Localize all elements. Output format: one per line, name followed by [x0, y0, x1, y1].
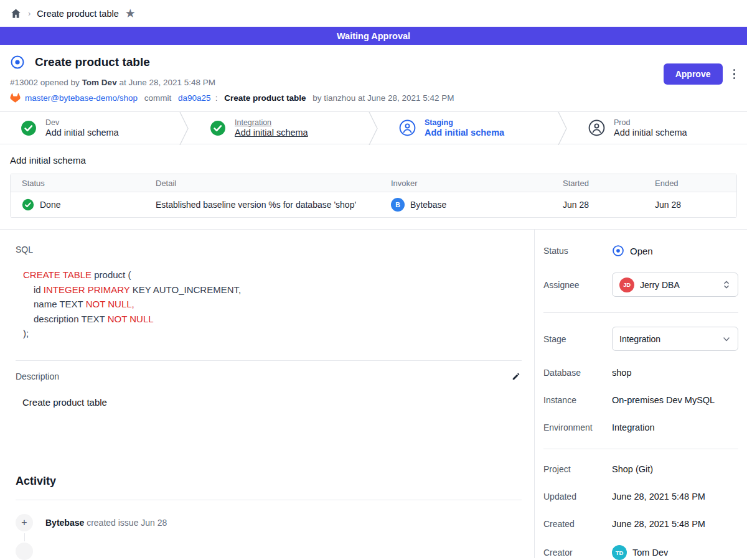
home-icon[interactable]	[10, 7, 22, 19]
updated-value: June 28, 2021 5:48 PM	[612, 492, 705, 502]
page-title: Create product table	[35, 55, 150, 69]
favorite-star-icon[interactable]: ★	[125, 7, 136, 19]
stage-env-label: Prod	[614, 118, 687, 127]
instance-value: On-premises Dev MySQL	[612, 395, 715, 405]
commit-hash-link[interactable]: da90a25	[178, 93, 211, 103]
project-row: Project Shop (Git)	[543, 463, 738, 475]
environment-row: Environment Integration	[543, 421, 738, 434]
database-row: Database shop	[543, 366, 738, 379]
check-circle-icon	[210, 120, 226, 136]
activity-title: Activity	[16, 475, 522, 488]
column-header: Started	[552, 179, 644, 188]
breadcrumb-current[interactable]: Create product table	[37, 9, 118, 19]
stage-task-label: Add initial schema	[45, 128, 119, 138]
creator-value: Tom Dev	[632, 548, 668, 558]
stage-env-label: Staging	[425, 118, 504, 127]
divider	[543, 312, 738, 313]
instance-label: Instance	[543, 395, 612, 405]
column-header: Status	[11, 179, 144, 188]
description-text: Create product table	[16, 397, 522, 408]
column-header: Ended	[644, 179, 736, 188]
issue-author: Tom Dev	[82, 78, 117, 87]
created-row: Created June 28, 2021 5:48 PM	[543, 518, 738, 530]
status-banner: Waiting Approval	[0, 27, 747, 45]
created-label: Created	[543, 519, 612, 529]
plus-icon: +	[16, 514, 33, 531]
issue-header: Create product table #13002 opened by To…	[0, 45, 747, 111]
column-header: Invoker	[380, 179, 552, 188]
check-circle-icon	[21, 120, 37, 136]
more-actions-icon[interactable]	[731, 67, 738, 82]
sql-label: SQL	[16, 245, 522, 254]
column-header: Detail	[144, 179, 380, 188]
task-invoker-cell: B Bytebase	[380, 198, 552, 212]
stage-separator-icon	[179, 112, 189, 145]
approve-button[interactable]: Approve	[664, 63, 723, 85]
check-circle-icon	[22, 198, 34, 211]
stage-env-label: Dev	[45, 118, 119, 127]
assignee-value: Jerry DBA	[640, 280, 716, 290]
stage-integration[interactable]: Integration Add initial schema	[189, 112, 369, 144]
pending-person-icon	[399, 119, 416, 136]
task-ended-cell: Jun 28	[644, 200, 736, 210]
database-value: shop	[612, 368, 631, 378]
description-label: Description	[16, 371, 59, 381]
divider	[543, 449, 738, 449]
edit-pencil-icon[interactable]	[510, 371, 522, 382]
bytebase-avatar: B	[391, 198, 405, 212]
assignee-select[interactable]: JD Jerry DBA	[612, 273, 738, 297]
issue-open-icon	[612, 245, 624, 257]
commit-info: master@bytebase-demo/shop commit da90a25…	[10, 93, 737, 103]
stage-row: Stage Integration	[543, 327, 738, 351]
issue-meta: #13002 opened by Tom Dev at June 28, 202…	[10, 78, 737, 87]
stage-staging[interactable]: Staging Add initial schema	[378, 112, 558, 144]
stage-prod[interactable]: Prod Add initial schema	[568, 112, 747, 144]
activity-item: + Bytebase created issue Jun 28	[16, 514, 522, 531]
stage-value: Integration	[619, 334, 716, 344]
stage-dev[interactable]: Dev Add initial schema	[0, 112, 179, 144]
stage-env-label: Integration	[235, 118, 308, 127]
project-label: Project	[543, 464, 612, 474]
task-started-cell: Jun 28	[552, 200, 644, 210]
creator-row: Creator TD Tom Dev	[543, 545, 738, 560]
updated-label: Updated	[543, 492, 612, 502]
breadcrumb: › Create product table ★	[0, 0, 747, 27]
task-status-cell: Done	[11, 198, 144, 211]
divider	[16, 360, 522, 361]
issue-open-icon	[10, 55, 25, 70]
instance-row: Instance On-premises Dev MySQL	[543, 394, 738, 406]
pending-person-icon	[588, 119, 605, 136]
assignee-row: Assignee JD Jerry DBA	[543, 273, 738, 297]
chevron-down-icon	[722, 335, 731, 343]
issue-detail-pane: SQL CREATE TABLE product ( id INTEGER PR…	[0, 230, 534, 558]
gitlab-icon	[10, 93, 21, 103]
task-title: Add initial schema	[10, 155, 737, 166]
table-row: Done Established baseline version %s for…	[11, 192, 736, 217]
timeline-next-node	[16, 543, 33, 560]
stage-separator-icon	[558, 112, 568, 145]
stage-task-label: Add initial schema	[425, 128, 504, 138]
stage-label: Stage	[543, 334, 612, 344]
branch-link[interactable]: master@bytebase-demo/shop	[25, 93, 138, 103]
timeline-connector	[24, 533, 25, 541]
stage-select[interactable]: Integration	[612, 327, 738, 351]
stage-task-label: Add initial schema	[614, 128, 687, 138]
created-value: June 28, 2021 5:48 PM	[612, 519, 705, 529]
updated-row: Updated June 28, 2021 5:48 PM	[543, 490, 738, 503]
pipeline-stages: Dev Add initial schema Integration Add i…	[0, 111, 747, 144]
breadcrumb-separator-icon: ›	[28, 9, 31, 18]
status-value: Open	[630, 246, 653, 256]
commit-message: Create product table	[224, 93, 306, 103]
assignee-label: Assignee	[543, 280, 612, 290]
stage-separator-icon	[369, 112, 378, 145]
updown-chevron-icon	[722, 280, 731, 289]
task-detail-cell: Established baseline version %s for data…	[144, 200, 380, 210]
status-row: Status Open	[543, 245, 738, 257]
stage-task-label: Add initial schema	[235, 128, 308, 138]
assignee-avatar: JD	[619, 278, 634, 292]
project-value: Shop (Git)	[612, 464, 653, 474]
table-header-row: Status Detail Invoker Started Ended	[11, 174, 736, 192]
divider	[16, 500, 522, 500]
activity-actor: Bytebase	[45, 518, 84, 528]
creator-avatar: TD	[612, 545, 627, 560]
